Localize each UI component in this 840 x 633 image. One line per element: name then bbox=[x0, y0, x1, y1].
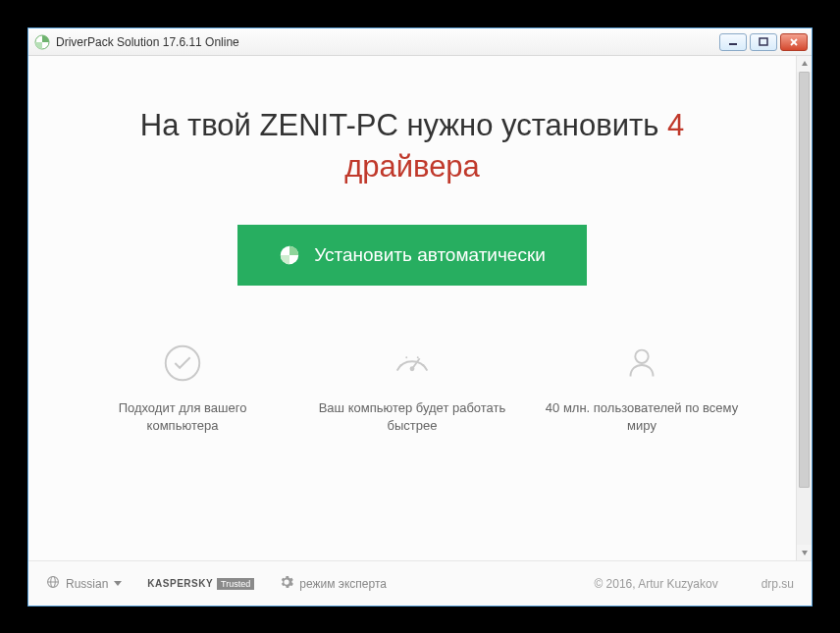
trusted-badge: Trusted bbox=[217, 578, 254, 590]
feature-compatible: Подходит для вашего компьютера bbox=[84, 341, 281, 435]
footer: Russian KASPERSKY Trusted режим эксперта… bbox=[28, 560, 812, 606]
svg-point-6 bbox=[166, 345, 200, 380]
headline-drivers-word: драйвера bbox=[344, 149, 480, 184]
svg-point-10 bbox=[405, 356, 407, 358]
svg-marker-14 bbox=[802, 61, 808, 66]
close-button[interactable] bbox=[780, 33, 808, 51]
scroll-up-button[interactable] bbox=[797, 56, 812, 72]
language-label: Russian bbox=[66, 577, 108, 591]
scroll-down-button[interactable] bbox=[797, 545, 812, 560]
chevron-down-icon bbox=[114, 581, 122, 586]
feature-users: 40 млн. пользователей по всему миру bbox=[544, 341, 740, 435]
svg-point-12 bbox=[423, 364, 425, 366]
expert-mode-label: режим эксперта bbox=[299, 577, 387, 591]
globe-icon bbox=[46, 575, 60, 592]
svg-point-8 bbox=[410, 366, 415, 371]
svg-rect-2 bbox=[760, 38, 767, 45]
feature-text: 40 млн. пользователей по всему миру bbox=[544, 399, 740, 435]
svg-marker-15 bbox=[802, 551, 808, 555]
features-row: Подходит для вашего компьютера bbox=[68, 341, 757, 435]
vertical-scrollbar[interactable] bbox=[796, 56, 812, 560]
gauge-icon bbox=[390, 341, 435, 386]
feature-text: Ваш компьютер будет работать быстрее bbox=[314, 399, 510, 435]
gear-icon bbox=[280, 575, 293, 592]
content-area: На твой ZENIT-PC нужно установить 4 драй… bbox=[28, 56, 812, 560]
titlebar: DriverPack Solution 17.6.11 Online bbox=[28, 28, 812, 56]
app-window: DriverPack Solution 17.6.11 Online На тв… bbox=[27, 27, 813, 607]
headline-prefix: На твой bbox=[140, 108, 260, 142]
scrollbar-track[interactable] bbox=[797, 72, 812, 545]
scrollbar-thumb[interactable] bbox=[799, 72, 810, 488]
feature-text: Подходит для вашего компьютера bbox=[84, 399, 281, 435]
copyright: © 2016, Artur Kuzyakov bbox=[594, 577, 717, 591]
check-circle-icon bbox=[160, 341, 205, 386]
install-button-label: Установить автоматически bbox=[314, 244, 546, 266]
install-auto-button[interactable]: Установить автоматически bbox=[237, 225, 587, 286]
svg-point-9 bbox=[400, 364, 402, 366]
svg-point-11 bbox=[417, 356, 419, 358]
language-selector[interactable]: Russian bbox=[46, 575, 122, 592]
maximize-button[interactable] bbox=[750, 33, 777, 51]
headline-middle: нужно установить bbox=[398, 108, 667, 142]
svg-point-13 bbox=[635, 349, 648, 362]
driverpack-logo-icon bbox=[279, 244, 300, 266]
app-icon bbox=[34, 34, 50, 50]
kaspersky-brand: KASPERSKY bbox=[147, 578, 213, 589]
headline-pc-name: ZENIT-PC bbox=[260, 108, 398, 142]
headline: На твой ZENIT-PC нужно установить 4 драй… bbox=[140, 105, 684, 187]
window-title: DriverPack Solution 17.6.11 Online bbox=[56, 35, 239, 49]
expert-mode-button[interactable]: режим эксперта bbox=[280, 575, 387, 592]
minimize-button[interactable] bbox=[719, 33, 747, 51]
user-icon bbox=[619, 341, 664, 386]
feature-faster: Ваш компьютер будет работать быстрее bbox=[314, 341, 510, 435]
headline-count: 4 bbox=[667, 108, 684, 142]
main-page: На твой ZENIT-PC нужно установить 4 драй… bbox=[28, 56, 796, 560]
site-link[interactable]: drp.su bbox=[761, 577, 794, 591]
kaspersky-trusted: KASPERSKY Trusted bbox=[147, 578, 254, 590]
